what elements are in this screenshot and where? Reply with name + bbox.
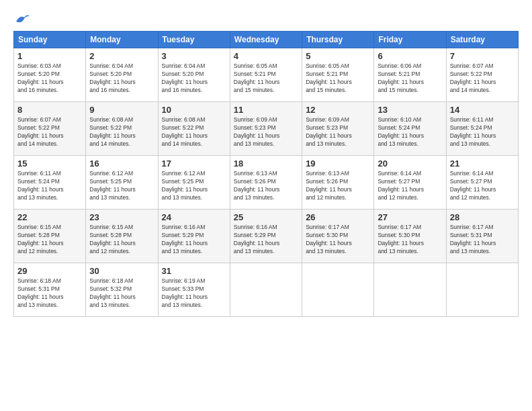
calendar-cell: 26Sunrise: 6:17 AM Sunset: 5:30 PM Dayli… — [302, 210, 374, 263]
calendar-cell: 11Sunrise: 6:09 AM Sunset: 5:23 PM Dayli… — [230, 102, 302, 156]
day-info: Sunrise: 6:11 AM Sunset: 5:24 PM Dayligh… — [17, 170, 82, 202]
day-info: Sunrise: 6:08 AM Sunset: 5:22 PM Dayligh… — [89, 116, 154, 148]
calendar-cell — [230, 263, 302, 317]
day-number: 7 — [450, 51, 515, 61]
calendar-cell: 29Sunrise: 6:18 AM Sunset: 5:31 PM Dayli… — [14, 263, 86, 317]
calendar-cell — [446, 263, 518, 317]
day-info: Sunrise: 6:03 AM Sunset: 5:20 PM Dayligh… — [17, 62, 82, 95]
day-number: 1 — [17, 51, 82, 61]
day-number: 26 — [306, 212, 370, 222]
day-info: Sunrise: 6:17 AM Sunset: 5:30 PM Dayligh… — [306, 224, 370, 256]
day-info: Sunrise: 6:12 AM Sunset: 5:25 PM Dayligh… — [89, 170, 154, 202]
calendar-cell — [302, 263, 374, 317]
calendar-cell: 6Sunrise: 6:06 AM Sunset: 5:21 PM Daylig… — [374, 48, 446, 102]
calendar-cell: 4Sunrise: 6:05 AM Sunset: 5:21 PM Daylig… — [230, 48, 302, 102]
day-info: Sunrise: 6:15 AM Sunset: 5:28 PM Dayligh… — [89, 224, 154, 256]
day-info: Sunrise: 6:05 AM Sunset: 5:21 PM Dayligh… — [306, 62, 370, 95]
day-info: Sunrise: 6:19 AM Sunset: 5:33 PM Dayligh… — [162, 277, 226, 310]
calendar-cell: 18Sunrise: 6:13 AM Sunset: 5:26 PM Dayli… — [230, 156, 302, 210]
day-info: Sunrise: 6:18 AM Sunset: 5:32 PM Dayligh… — [89, 277, 154, 310]
calendar-cell: 10Sunrise: 6:08 AM Sunset: 5:22 PM Dayli… — [158, 102, 230, 156]
col-sunday: Sunday — [14, 32, 86, 48]
day-number: 18 — [234, 158, 298, 169]
day-info: Sunrise: 6:13 AM Sunset: 5:26 PM Dayligh… — [306, 170, 370, 202]
day-info: Sunrise: 6:16 AM Sunset: 5:29 PM Dayligh… — [234, 224, 298, 256]
calendar-cell: 30Sunrise: 6:18 AM Sunset: 5:32 PM Dayli… — [86, 263, 158, 317]
day-info: Sunrise: 6:13 AM Sunset: 5:26 PM Dayligh… — [234, 170, 298, 202]
day-number: 29 — [17, 266, 82, 276]
day-info: Sunrise: 6:04 AM Sunset: 5:20 PM Dayligh… — [89, 62, 154, 95]
col-saturday: Saturday — [446, 32, 518, 48]
calendar-cell: 9Sunrise: 6:08 AM Sunset: 5:22 PM Daylig… — [86, 102, 158, 156]
day-number: 11 — [234, 105, 298, 115]
day-number: 12 — [306, 105, 370, 115]
day-info: Sunrise: 6:08 AM Sunset: 5:22 PM Dayligh… — [162, 116, 226, 148]
calendar-cell: 25Sunrise: 6:16 AM Sunset: 5:29 PM Dayli… — [230, 210, 302, 263]
calendar-week-row: 22Sunrise: 6:15 AM Sunset: 5:28 PM Dayli… — [14, 210, 519, 263]
day-number: 30 — [89, 266, 154, 276]
day-info: Sunrise: 6:04 AM Sunset: 5:20 PM Dayligh… — [162, 62, 226, 95]
day-number: 14 — [450, 105, 515, 115]
day-info: Sunrise: 6:17 AM Sunset: 5:31 PM Dayligh… — [450, 224, 515, 256]
calendar-cell: 27Sunrise: 6:17 AM Sunset: 5:30 PM Dayli… — [374, 210, 446, 263]
header — [13, 12, 519, 24]
day-number: 3 — [162, 51, 226, 61]
calendar-cell: 21Sunrise: 6:14 AM Sunset: 5:27 PM Dayli… — [446, 156, 518, 210]
day-number: 16 — [89, 158, 154, 169]
day-info: Sunrise: 6:16 AM Sunset: 5:29 PM Dayligh… — [162, 224, 226, 256]
logo — [13, 12, 30, 24]
calendar-cell: 12Sunrise: 6:09 AM Sunset: 5:23 PM Dayli… — [302, 102, 374, 156]
day-number: 13 — [378, 105, 442, 115]
logo-bird-icon — [15, 12, 30, 24]
day-info: Sunrise: 6:07 AM Sunset: 5:22 PM Dayligh… — [17, 116, 82, 148]
day-info: Sunrise: 6:05 AM Sunset: 5:21 PM Dayligh… — [234, 62, 298, 95]
calendar-cell: 13Sunrise: 6:10 AM Sunset: 5:24 PM Dayli… — [374, 102, 446, 156]
col-monday: Monday — [86, 32, 158, 48]
day-number: 28 — [450, 212, 515, 222]
calendar-header-row: Sunday Monday Tuesday Wednesday Thursday… — [14, 32, 519, 48]
day-info: Sunrise: 6:06 AM Sunset: 5:21 PM Dayligh… — [378, 62, 442, 95]
day-info: Sunrise: 6:14 AM Sunset: 5:27 PM Dayligh… — [378, 170, 442, 202]
day-info: Sunrise: 6:14 AM Sunset: 5:27 PM Dayligh… — [450, 170, 515, 202]
day-info: Sunrise: 6:09 AM Sunset: 5:23 PM Dayligh… — [306, 116, 370, 148]
calendar-cell: 22Sunrise: 6:15 AM Sunset: 5:28 PM Dayli… — [14, 210, 86, 263]
day-info: Sunrise: 6:17 AM Sunset: 5:30 PM Dayligh… — [378, 224, 442, 256]
col-friday: Friday — [374, 32, 446, 48]
day-info: Sunrise: 6:12 AM Sunset: 5:25 PM Dayligh… — [162, 170, 226, 202]
calendar-cell: 20Sunrise: 6:14 AM Sunset: 5:27 PM Dayli… — [374, 156, 446, 210]
day-info: Sunrise: 6:10 AM Sunset: 5:24 PM Dayligh… — [378, 116, 442, 148]
calendar-table: Sunday Monday Tuesday Wednesday Thursday… — [13, 31, 519, 317]
calendar-cell: 7Sunrise: 6:07 AM Sunset: 5:22 PM Daylig… — [446, 48, 518, 102]
col-thursday: Thursday — [302, 32, 374, 48]
day-number: 22 — [17, 212, 82, 222]
day-number: 25 — [234, 212, 298, 222]
calendar-cell: 15Sunrise: 6:11 AM Sunset: 5:24 PM Dayli… — [14, 156, 86, 210]
day-info: Sunrise: 6:11 AM Sunset: 5:24 PM Dayligh… — [450, 116, 515, 148]
day-info: Sunrise: 6:15 AM Sunset: 5:28 PM Dayligh… — [17, 224, 82, 256]
col-tuesday: Tuesday — [158, 32, 230, 48]
calendar-week-row: 8Sunrise: 6:07 AM Sunset: 5:22 PM Daylig… — [14, 102, 519, 156]
day-number: 4 — [234, 51, 298, 61]
day-number: 6 — [378, 51, 442, 61]
calendar-cell: 2Sunrise: 6:04 AM Sunset: 5:20 PM Daylig… — [86, 48, 158, 102]
calendar-cell: 1Sunrise: 6:03 AM Sunset: 5:20 PM Daylig… — [14, 48, 86, 102]
day-info: Sunrise: 6:18 AM Sunset: 5:31 PM Dayligh… — [17, 277, 82, 310]
calendar-cell: 31Sunrise: 6:19 AM Sunset: 5:33 PM Dayli… — [158, 263, 230, 317]
day-info: Sunrise: 6:07 AM Sunset: 5:22 PM Dayligh… — [450, 62, 515, 95]
page: Sunday Monday Tuesday Wednesday Thursday… — [0, 0, 532, 411]
day-number: 31 — [162, 266, 226, 276]
calendar-week-row: 15Sunrise: 6:11 AM Sunset: 5:24 PM Dayli… — [14, 156, 519, 210]
calendar-cell: 5Sunrise: 6:05 AM Sunset: 5:21 PM Daylig… — [302, 48, 374, 102]
day-number: 20 — [378, 158, 442, 169]
day-number: 9 — [89, 105, 154, 115]
day-number: 19 — [306, 158, 370, 169]
calendar-cell: 16Sunrise: 6:12 AM Sunset: 5:25 PM Dayli… — [86, 156, 158, 210]
calendar-week-row: 1Sunrise: 6:03 AM Sunset: 5:20 PM Daylig… — [14, 48, 519, 102]
calendar-cell: 17Sunrise: 6:12 AM Sunset: 5:25 PM Dayli… — [158, 156, 230, 210]
calendar-cell: 19Sunrise: 6:13 AM Sunset: 5:26 PM Dayli… — [302, 156, 374, 210]
day-number: 23 — [89, 212, 154, 222]
col-wednesday: Wednesday — [230, 32, 302, 48]
day-number: 8 — [17, 105, 82, 115]
day-number: 10 — [162, 105, 226, 115]
day-number: 15 — [17, 158, 82, 169]
